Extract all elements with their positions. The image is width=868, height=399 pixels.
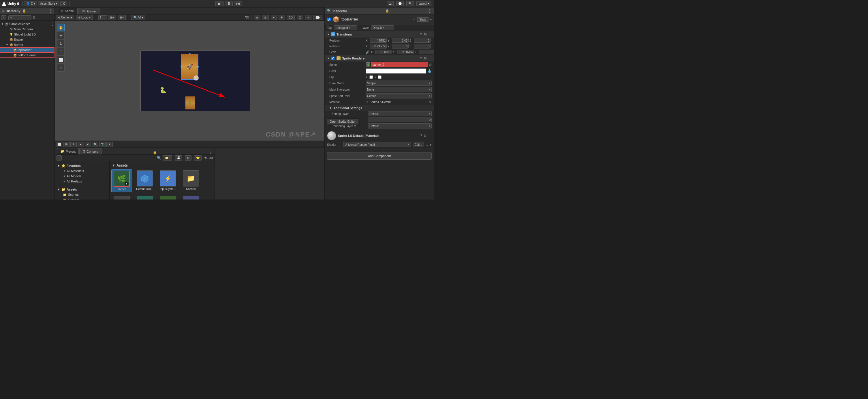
target-icon[interactable]: ⊙ [429,63,432,67]
tree-item-bottom-barrier[interactable]: 📦 bottomBarrier [0,53,55,58]
brush-tool-btn[interactable]: ✛ [70,142,77,147]
tool-scale[interactable]: ⊞ [57,48,65,55]
asset-snakecont[interactable]: # SnakeContr... [157,195,178,200]
history-btn[interactable]: 🕐 [396,1,404,6]
asset-store-btn[interactable]: Asset Store ▾ [38,1,59,6]
grid2-btn[interactable]: ⊟▾ [118,15,126,20]
flip-y-checkbox[interactable] [378,75,381,79]
flip-x-checkbox[interactable] [369,75,373,79]
move-tool-btn[interactable]: ⊞ [63,142,69,147]
link-icon[interactable]: 🔗 [366,51,369,54]
overflow-icon[interactable]: ⋮ [428,32,432,36]
tree-item-top-barrier[interactable]: 📦 topBarrier [0,47,55,53]
hierarchy-search-input[interactable] [8,15,31,20]
scene-gizmo2-btn[interactable]: ◎ [262,15,269,20]
circle-tool-btn[interactable]: ● [78,142,84,147]
2d-btn[interactable]: 2D [287,15,295,20]
scene-panel-menu[interactable]: ⋮ [317,9,321,14]
search-tool-btn[interactable]: 🔍 [92,142,98,147]
asset-settings[interactable]: 📁 Settings [111,195,132,200]
sorting-layer-dropdown[interactable]: Default ▾ [368,111,432,116]
fav-item-prefabs[interactable]: ⚬ All Prefabs [57,179,107,184]
services-btn[interactable]: ⌘ [60,1,67,6]
tool-rotate[interactable]: ↻ [57,40,65,47]
scene-gizmo-btn[interactable]: ⊕ [254,15,260,20]
step-button[interactable]: ⏭ [234,1,242,6]
additional-settings-header[interactable]: ▼ Additional Settings [325,105,434,111]
settings-btn[interactable]: ⚙ [185,155,191,161]
scene-gizmo4-btn[interactable]: ✱ [279,15,285,20]
search-scene-btn[interactable]: 🔍 All ▾ [131,15,145,20]
overflow-icon2[interactable]: ⋮ [428,56,432,60]
tree-item-global-light[interactable]: 💡 Global Light 2D [0,32,55,37]
pos-x-input[interactable] [370,38,387,43]
tree-item-snake[interactable]: 📦 Snake [0,37,55,42]
tool-rect[interactable]: ⬜ [57,56,65,63]
search-btn[interactable]: 🔍 [406,1,414,6]
panel-lock-icon[interactable]: 🔒 [153,151,157,154]
help-icon2[interactable]: ? [420,56,422,60]
sprite-renderer-active-checkbox[interactable] [331,57,335,60]
mat-help-icon[interactable]: ? [420,134,422,138]
shader-dropdown[interactable]: Universal Render Pipeli... ▾ [343,142,411,147]
inspector-menu-icon[interactable]: ⋮ [428,9,432,13]
mask-interaction-dropdown[interactable]: None ▾ [366,87,432,92]
account-btn[interactable]: 👤 C ▾ [24,1,37,6]
transform-header[interactable]: ▼ ⊕ Transform ? ⚙ ⋮ [325,31,434,37]
shader-edit-btn[interactable]: Edit... [413,142,424,147]
rot-y-input[interactable] [392,44,409,49]
tree-item-barrier[interactable]: ▼ 📦 Barrier [0,42,55,47]
star-btn[interactable]: ⭐ [194,155,202,161]
hierarchy-lock-icon[interactable]: 🔒 [22,9,26,13]
layer-dropdown[interactable]: Default ▾ [371,25,394,30]
inspector-lock-icon[interactable]: 🔒 [385,9,389,13]
go-active-checkbox[interactable] [327,18,331,21]
camera-tool-btn[interactable]: 📷 [99,142,105,147]
add-folder-btn[interactable]: 📁+ [163,155,172,161]
fav-item-materials[interactable]: ⚬ All Materials [57,168,107,173]
add-component-button[interactable]: Add Component [327,152,432,160]
sprite-renderer-header[interactable]: ▼ ▤ Sprite Renderer ? ⚙ ⋮ [325,55,434,61]
asset-inputsyste[interactable]: ⚡ InputSyste... [157,169,178,192]
cloud-btn[interactable]: ☁ [387,1,394,6]
static-button[interactable]: Static [417,17,429,22]
grid-btn[interactable]: ⊞▾ [108,15,116,20]
add-asset-btn[interactable]: + [57,155,62,161]
tab-project[interactable]: 📁 Project [57,148,79,154]
tool-move[interactable]: ✛ [57,32,65,39]
rot-x-input[interactable] [370,44,387,49]
panel-menu-icon[interactable]: ⋮ [208,150,212,154]
assets-tree-header[interactable]: ▼ 📁 Assets [57,187,107,192]
color-swatch[interactable] [366,68,426,74]
save-layout-btn[interactable]: 💾 [175,155,182,161]
sprite-sort-point-dropdown[interactable]: Center ▾ [366,93,432,98]
pos-y-input[interactable] [392,38,409,43]
tree-item-samplescene[interactable]: ▼ 🎬 SampleScene* ⋮ [0,21,55,27]
mat-settings-icon[interactable]: ⚙ [424,134,427,138]
settings-icon[interactable]: ⚙ [424,32,427,36]
scene-gizmo3-btn[interactable]: ● [271,15,277,20]
asset-snake[interactable]: 🐍 ▶ Snake [134,195,155,200]
camera-icon2[interactable]: 📷 [245,16,249,19]
draw-mode-dropdown[interactable]: Simple ▾ [366,81,432,86]
favorites-header[interactable]: ▼ ⭐ Favorites [57,163,107,168]
fx-tool-btn[interactable]: ✦ [106,142,113,147]
static-dropdown-icon[interactable]: ▾ [430,18,432,21]
fav-item-models[interactable]: ⚬ All Models [57,173,107,179]
hierarchy-menu-icon[interactable]: ⋮ [48,9,52,13]
pos-z-input[interactable] [414,38,431,43]
asset-universalr[interactable]: ⚙ UniversalR... [181,195,201,200]
tree-item-main-camera[interactable]: 📷 Main Camera [0,27,55,32]
asset-defaultvolu[interactable]: DefaultVolu... [134,169,155,192]
pivot-center-btn[interactable]: ⊕ Center▾ [56,15,74,20]
expand-all-icon[interactable]: ⊞ [33,16,35,20]
asset-scenes[interactable]: 📁 Scenes [181,169,201,192]
go-name-input[interactable] [341,17,411,21]
tab-console[interactable]: ⊡ Console [79,148,101,154]
play-button[interactable]: ▶ [215,1,223,6]
scale-y-input[interactable] [397,50,414,54]
asset-barrier[interactable]: 🌿 ▶ barrier [111,169,132,192]
scene-view[interactable]: ✋ ✛ ↻ ⊞ ⬜ ⊕ 🚀 🐍 [55,21,324,141]
eyedropper-icon[interactable]: 💧 [427,69,432,73]
scene-gizmo7-btn[interactable]: ⬜▾ [313,15,322,20]
